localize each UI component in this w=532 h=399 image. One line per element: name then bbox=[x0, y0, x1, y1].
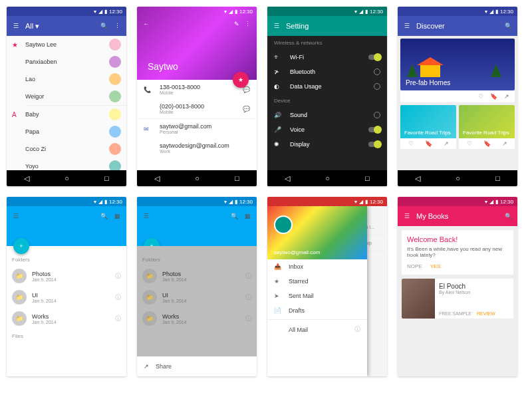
info-icon[interactable]: ⓘ bbox=[354, 325, 360, 334]
avatar bbox=[109, 56, 121, 68]
info-icon[interactable]: ⓘ bbox=[115, 293, 121, 302]
book-title: El Pooch bbox=[439, 283, 509, 290]
back-icon[interactable]: ← bbox=[142, 20, 150, 28]
heart-icon[interactable]: ♡ bbox=[467, 140, 472, 147]
card-trips[interactable]: Favorite Road Trips♡🔖↗ bbox=[459, 105, 515, 149]
home-icon[interactable]: ○ bbox=[65, 174, 69, 182]
contact-row[interactable]: Papa bbox=[7, 123, 126, 140]
avatar bbox=[109, 73, 121, 85]
phone-row[interactable]: (020)-0013-8000Mobile💬 bbox=[137, 99, 257, 118]
recent-icon[interactable]: □ bbox=[235, 174, 239, 182]
search-icon[interactable]: 🔍 bbox=[504, 22, 512, 30]
email-row[interactable]: ✉saytwo@gmail.comPersonal bbox=[137, 119, 257, 138]
welcome-card: Welcome Back! It's Been a while,have you… bbox=[402, 230, 513, 275]
contact-hero: ▾◢▮12:30 ← ✎ ⋮ Saytwo bbox=[137, 7, 257, 80]
radio[interactable] bbox=[374, 68, 380, 75]
more-icon[interactable]: ⋮ bbox=[113, 22, 121, 30]
folder-row[interactable]: 📁UIJan 9, 2014ⓘ bbox=[12, 287, 121, 308]
toggle[interactable] bbox=[368, 142, 380, 147]
card-actions: ♡🔖↗ bbox=[400, 90, 515, 102]
drawer-allmail[interactable]: All Mailⓘ bbox=[267, 321, 367, 338]
files-header: + bbox=[7, 226, 126, 246]
setting-wifi[interactable]: ᯤWi-Fi bbox=[267, 50, 387, 65]
search-icon[interactable]: 🔍 bbox=[100, 22, 108, 30]
grid-icon[interactable]: ▦ bbox=[113, 212, 121, 220]
book-card[interactable]: El Pooch By Alex Nelson FREE SAMPLEREVIE… bbox=[402, 279, 513, 319]
bookmark-icon[interactable]: 🔖 bbox=[490, 93, 497, 100]
edit-icon[interactable]: ✎ bbox=[233, 20, 241, 28]
sheet-share[interactable]: ↗Share bbox=[144, 360, 250, 372]
card-prefab[interactable]: Pre-fab Homes bbox=[400, 39, 515, 90]
heart-icon[interactable]: ♡ bbox=[478, 93, 483, 100]
menu-icon[interactable]: ☰ bbox=[12, 22, 20, 30]
battery-icon: ▮ bbox=[104, 9, 107, 15]
setting-data[interactable]: ◐Data Usage bbox=[267, 79, 387, 94]
search-icon[interactable]: 🔍 bbox=[230, 212, 238, 220]
folder-icon: 📁 bbox=[12, 269, 27, 283]
back-icon[interactable]: ◁ bbox=[24, 174, 29, 183]
avatar bbox=[109, 160, 121, 170]
menu-icon[interactable]: ☰ bbox=[403, 22, 411, 30]
welcome-desc: It's Been a while,have you read any new … bbox=[407, 246, 508, 258]
share-icon[interactable]: ↗ bbox=[444, 140, 449, 147]
info-icon[interactable]: ⓘ bbox=[115, 272, 121, 281]
nav-drawer: saytwo@gmail.com 📥Inbox ★Starred ➤Sent M… bbox=[267, 206, 367, 376]
card-trips[interactable]: Favorite Road Trips♡🔖↗ bbox=[400, 105, 456, 149]
folder-row[interactable]: 📁PhotosJan 9, 2014ⓘ bbox=[12, 265, 121, 287]
drawer-starred[interactable]: ★Starred bbox=[267, 274, 367, 289]
menu-icon[interactable]: ☰ bbox=[403, 212, 411, 220]
contact-row[interactable]: Yoyo bbox=[7, 158, 126, 170]
yes-button[interactable]: YES bbox=[430, 263, 441, 269]
page-title: Discover bbox=[416, 22, 499, 30]
home-icon[interactable]: ○ bbox=[195, 174, 200, 182]
radio[interactable] bbox=[374, 83, 380, 90]
grid-icon[interactable]: ▦ bbox=[243, 212, 251, 220]
sound-icon: 🔊 bbox=[274, 112, 283, 118]
contact-row[interactable]: Panxiaoben bbox=[7, 53, 126, 70]
contact-row[interactable]: Weigor bbox=[7, 88, 126, 105]
folder-row[interactable]: 📁WorksJan 9, 2014ⓘ bbox=[12, 308, 121, 329]
drawer-header[interactable]: saytwo@gmail.com bbox=[267, 206, 367, 259]
more-icon[interactable]: ⋮ bbox=[243, 20, 251, 28]
setting-sound[interactable]: 🔊Sound bbox=[267, 108, 387, 122]
page-title: Setting bbox=[286, 22, 382, 30]
share-icon[interactable]: ↗ bbox=[502, 140, 507, 147]
page-title: My Books bbox=[416, 212, 499, 220]
nope-button[interactable]: NOPE bbox=[407, 263, 422, 269]
radio[interactable] bbox=[374, 112, 380, 118]
menu-icon[interactable]: ☰ bbox=[142, 212, 150, 220]
menu-icon[interactable]: ☰ bbox=[273, 22, 281, 30]
heart-icon[interactable]: ♡ bbox=[408, 140, 414, 147]
menu-icon[interactable]: ☰ bbox=[12, 212, 20, 220]
free-sample-button[interactable]: FREE SAMPLE bbox=[439, 311, 471, 316]
back-icon[interactable]: ◁ bbox=[154, 174, 160, 183]
recent-icon[interactable]: □ bbox=[104, 174, 109, 182]
drawer-sent[interactable]: ➤Sent Mail bbox=[267, 289, 367, 303]
favorite-fab[interactable]: ★ bbox=[233, 72, 249, 88]
setting-voice[interactable]: 🎤Voice bbox=[267, 122, 387, 137]
page-title[interactable]: All ▾ bbox=[25, 22, 94, 31]
contact-row[interactable]: Lao bbox=[7, 70, 126, 88]
toggle[interactable] bbox=[368, 55, 380, 60]
contact-row[interactable]: ★Saytwo Lee bbox=[7, 36, 126, 53]
bookmark-icon[interactable]: 🔖 bbox=[425, 140, 432, 147]
bookmark-icon[interactable]: 🔖 bbox=[483, 140, 491, 147]
contact-row[interactable]: ABaby bbox=[7, 106, 126, 123]
toggle[interactable] bbox=[368, 127, 380, 132]
contact-row[interactable]: Coco Zi bbox=[7, 140, 126, 158]
review-button[interactable]: REVIEW bbox=[477, 311, 495, 316]
drawer-drafts[interactable]: 📄Drafts bbox=[267, 303, 367, 318]
info-icon[interactable]: ⓘ bbox=[115, 315, 121, 323]
search-icon[interactable]: 🔍 bbox=[100, 212, 108, 220]
share-icon: ↗ bbox=[144, 363, 149, 370]
status-bar: ▾ ◢ ▮ 12:30 bbox=[7, 7, 126, 16]
email-row[interactable]: saytwodesign@gmail.comWork bbox=[137, 138, 257, 158]
setting-display[interactable]: ✺Display bbox=[267, 137, 387, 152]
avatar bbox=[109, 39, 121, 51]
setting-bluetooth[interactable]: ≯Bluetooth bbox=[267, 65, 387, 79]
share-icon[interactable]: ↗ bbox=[504, 93, 509, 100]
house-illustration bbox=[420, 64, 440, 77]
message-icon[interactable]: 💬 bbox=[243, 106, 250, 112]
drawer-inbox[interactable]: 📥Inbox bbox=[267, 259, 367, 274]
search-icon[interactable]: 🔍 bbox=[504, 212, 512, 220]
